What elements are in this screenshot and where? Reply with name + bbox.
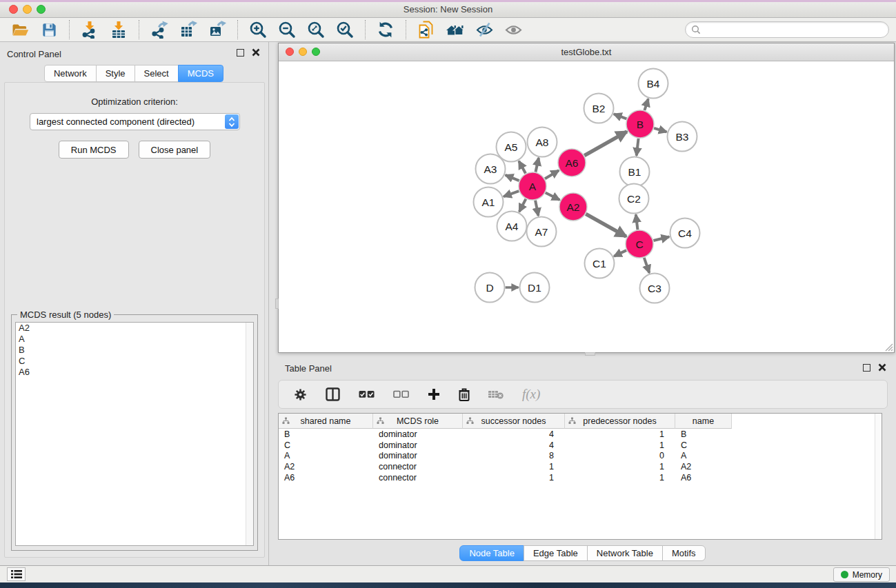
node-table[interactable]: shared nameMCDS rolesuccessor nodesprede…: [278, 413, 882, 540]
graph-node-A3[interactable]: A3: [476, 154, 506, 184]
settings-gear-icon[interactable]: [294, 388, 307, 401]
float-panel-icon[interactable]: [237, 49, 244, 57]
graph-edge-C-C4[interactable]: [653, 237, 669, 241]
graph-node-B3[interactable]: B3: [668, 122, 697, 152]
run-mcds-button[interactable]: Run MCDS: [59, 141, 129, 159]
graph-node-C4[interactable]: C4: [670, 219, 700, 248]
column-header-MCDS-role[interactable]: MCDS role: [373, 414, 463, 429]
graph-edge-C-C2[interactable]: [636, 214, 638, 230]
graph-edge-B-B3[interactable]: [654, 128, 666, 132]
close-panel-button[interactable]: Close panel: [139, 141, 211, 159]
graph-edge-C-C3[interactable]: [644, 258, 650, 273]
table-scrollbar[interactable]: [875, 414, 882, 539]
home-icon[interactable]: [441, 19, 470, 41]
import-table-icon[interactable]: [104, 19, 133, 41]
table-row[interactable]: A2connector11A2: [279, 461, 882, 472]
network-window-titlebar[interactable]: testGlobe.txt: [279, 43, 894, 61]
graph-node-A1[interactable]: A1: [474, 187, 504, 217]
graph-edge-A-A3[interactable]: [506, 175, 519, 181]
graph-edge-A6-B[interactable]: [584, 132, 627, 156]
add-column-icon[interactable]: [428, 388, 440, 401]
graph-node-A7[interactable]: A7: [527, 217, 557, 247]
table-row[interactable]: A6connector11A6: [279, 472, 882, 483]
deselect-checkboxes-icon[interactable]: [393, 390, 409, 398]
close-panel-icon[interactable]: [252, 48, 260, 57]
splitter-handle[interactable]: [585, 352, 595, 356]
tab-node-table[interactable]: Node Table: [459, 545, 524, 561]
close-window-button[interactable]: [9, 5, 18, 14]
graph-node-C1[interactable]: C1: [585, 249, 615, 278]
export-table-icon[interactable]: [174, 19, 203, 41]
graph-edge-A-A1[interactable]: [504, 191, 519, 196]
graph-node-C3[interactable]: C3: [640, 274, 670, 303]
table-row[interactable]: Adominator80A: [279, 451, 882, 462]
memory-button[interactable]: Memory: [833, 567, 890, 582]
graph-edge-A-A8[interactable]: [535, 158, 538, 172]
graph-node-A6[interactable]: A6: [558, 149, 586, 176]
close-panel-icon[interactable]: [878, 363, 886, 372]
network-graph[interactable]: B4B2BB3A8A5A6A3B1AC2A1A2A4A7C4CC1C3DD1: [279, 61, 894, 352]
open-file-icon[interactable]: [6, 19, 34, 41]
graph-edge-A-A5[interactable]: [519, 161, 526, 174]
tab-network[interactable]: Network: [44, 65, 97, 82]
graph-edge-C-C1[interactable]: [614, 250, 626, 256]
optimization-criterion-dropdown[interactable]: largest connected component (directed): [30, 113, 240, 130]
graph-edge-A-A7[interactable]: [535, 201, 538, 216]
zoom-selected-icon[interactable]: [330, 19, 359, 41]
graph-edge-A-A6[interactable]: [545, 170, 559, 179]
graph-node-A4[interactable]: A4: [497, 212, 527, 241]
split-columns-icon[interactable]: [326, 387, 340, 401]
export-image-icon[interactable]: [203, 19, 232, 41]
minimize-window-button[interactable]: [23, 5, 32, 14]
network-view-window[interactable]: testGlobe.txt B4B2BB3A8A5A6A3B1AC2A1A2A4…: [278, 43, 895, 353]
graph-edge-A-A2[interactable]: [546, 193, 560, 201]
graph-node-A5[interactable]: A5: [497, 132, 526, 162]
zoom-in-icon[interactable]: [243, 19, 272, 41]
search-field[interactable]: [685, 21, 889, 38]
task-history-button[interactable]: [7, 567, 26, 581]
import-network-icon[interactable]: [75, 19, 104, 41]
export-network-icon[interactable]: [145, 19, 174, 41]
graph-node-B2[interactable]: B2: [584, 94, 614, 123]
network-canvas[interactable]: B4B2BB3A8A5A6A3B1AC2A1A2A4A7C4CC1C3DD1: [279, 61, 894, 352]
result-list-scrollbar[interactable]: [246, 323, 253, 545]
show-all-icon[interactable]: [499, 19, 528, 41]
graph-node-C[interactable]: C: [626, 230, 653, 258]
result-item[interactable]: A2: [16, 323, 253, 334]
zoom-fit-icon[interactable]: [301, 19, 330, 41]
result-item[interactable]: C: [16, 356, 253, 367]
tab-style[interactable]: Style: [96, 65, 135, 82]
graph-node-A[interactable]: A: [519, 172, 546, 200]
result-item[interactable]: A6: [16, 367, 253, 378]
tab-network-table[interactable]: Network Table: [587, 545, 663, 561]
float-panel-icon[interactable]: [863, 364, 870, 372]
column-header-name[interactable]: name: [675, 414, 732, 429]
graph-node-A8[interactable]: A8: [528, 128, 557, 157]
graph-edge-B-B2[interactable]: [614, 114, 626, 119]
resize-grip-icon[interactable]: [883, 341, 893, 352]
tab-mcds[interactable]: MCDS: [178, 65, 223, 82]
hide-selected-icon[interactable]: [470, 19, 499, 41]
result-item[interactable]: A: [16, 334, 253, 345]
graph-edge-A2-C[interactable]: [586, 214, 626, 236]
copy-network-icon[interactable]: [412, 19, 441, 41]
graph-edge-A-A4[interactable]: [519, 199, 526, 212]
tab-motifs[interactable]: Motifs: [662, 545, 706, 561]
save-session-icon[interactable]: [34, 19, 63, 41]
graph-node-B1[interactable]: B1: [620, 157, 650, 187]
column-header-predecessor-nodes[interactable]: predecessor nodes: [565, 414, 675, 429]
table-row[interactable]: Bdominator41B: [279, 429, 882, 440]
graph-node-B4[interactable]: B4: [639, 69, 668, 99]
delete-column-icon[interactable]: [459, 388, 470, 401]
splitter-handle[interactable]: [275, 298, 279, 309]
zoom-window-button[interactable]: [37, 5, 46, 14]
zoom-out-icon[interactable]: [272, 19, 301, 41]
tab-edge-table[interactable]: Edge Table: [524, 545, 588, 561]
tab-select[interactable]: Select: [135, 65, 179, 82]
result-item[interactable]: B: [16, 345, 253, 356]
graph-node-B[interactable]: B: [626, 110, 654, 138]
graph-node-A2[interactable]: A2: [559, 193, 587, 221]
graph-node-D[interactable]: D: [475, 273, 505, 303]
graph-node-C2[interactable]: C2: [619, 184, 649, 214]
graph-node-D1[interactable]: D1: [520, 273, 550, 303]
